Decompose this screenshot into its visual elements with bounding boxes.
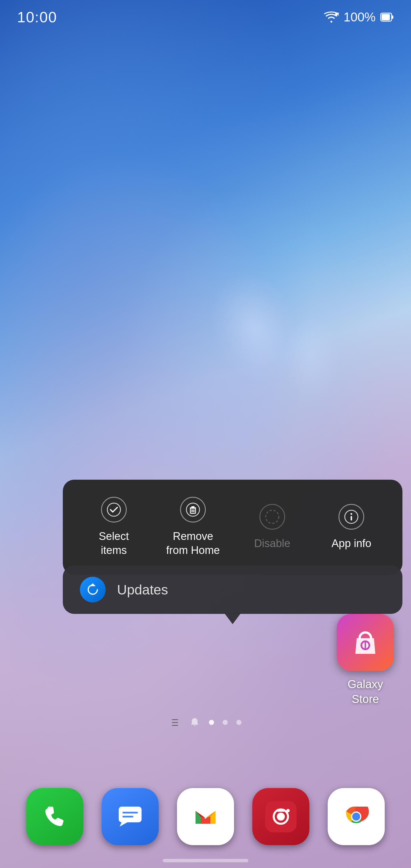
updates-icon — [80, 577, 105, 602]
svg-rect-22 — [122, 816, 133, 817]
dock-phone[interactable] — [26, 788, 83, 845]
svg-rect-3 — [391, 16, 393, 19]
svg-rect-14 — [351, 516, 352, 521]
status-time: 10:00 — [17, 8, 57, 26]
wallpaper-splash — [183, 257, 411, 457]
wifi-icon — [324, 11, 339, 23]
dock-chrome[interactable] — [328, 788, 385, 845]
disable-label: Disable — [254, 536, 290, 551]
galaxy-store-label: GalaxyStore — [348, 677, 383, 706]
disable-action[interactable]: Disable — [244, 504, 301, 551]
disable-icon — [259, 504, 285, 530]
remove-from-home-icon — [180, 497, 206, 523]
chrome-icon — [328, 788, 385, 845]
svg-rect-31 — [277, 809, 285, 812]
page-dot-2 — [223, 720, 228, 725]
galaxy-store-icon — [337, 614, 394, 671]
select-items-label: Selectitems — [99, 529, 129, 558]
updates-row[interactable]: Updates — [63, 565, 403, 614]
status-icons: 100% — [324, 10, 394, 24]
phone-icon — [26, 788, 83, 845]
dock-gmail[interactable] — [177, 788, 234, 845]
battery-icon — [380, 11, 394, 23]
home-menu-indicator — [169, 719, 180, 726]
remove-from-home-action[interactable]: Removefrom Home — [164, 497, 221, 558]
app-info-label: App info — [331, 536, 371, 551]
dock-camera[interactable] — [252, 788, 309, 845]
status-bar: 10:00 100% — [0, 0, 411, 29]
svg-point-15 — [350, 513, 352, 515]
battery-percentage: 100% — [343, 10, 376, 24]
svg-rect-2 — [382, 14, 390, 20]
updates-label: Updates — [117, 582, 168, 598]
svg-point-36 — [352, 813, 360, 820]
svg-rect-21 — [122, 812, 138, 813]
home-indicator — [163, 859, 248, 862]
svg-point-12 — [266, 510, 279, 523]
page-dot-3 — [236, 720, 242, 725]
remove-from-home-label: Removefrom Home — [166, 529, 220, 558]
svg-point-4 — [107, 503, 121, 516]
gmail-icon — [177, 788, 234, 845]
select-items-icon — [101, 497, 127, 523]
select-items-action[interactable]: Selectitems — [85, 497, 143, 558]
notification-indicator — [189, 717, 200, 728]
dock-messages[interactable] — [102, 788, 159, 845]
svg-marker-16 — [90, 583, 96, 586]
camera-icon — [252, 788, 309, 845]
page-dot-1 — [209, 720, 214, 725]
page-indicators — [0, 717, 411, 728]
svg-rect-19 — [119, 807, 141, 822]
app-info-action[interactable]: App info — [323, 504, 380, 551]
dock — [0, 788, 411, 845]
messages-icon — [102, 788, 159, 845]
svg-point-30 — [277, 813, 285, 820]
svg-rect-23 — [190, 801, 221, 832]
context-menu-actions: Selectitems Removefrom Home — [63, 480, 403, 575]
svg-rect-7 — [191, 506, 195, 507]
svg-marker-20 — [120, 822, 127, 827]
galaxy-store-app[interactable]: GalaxyStore — [337, 614, 394, 706]
app-info-icon — [339, 504, 364, 530]
context-menu: Selectitems Removefrom Home — [63, 480, 403, 575]
svg-point-32 — [286, 809, 290, 812]
updates-arrow — [224, 613, 241, 624]
